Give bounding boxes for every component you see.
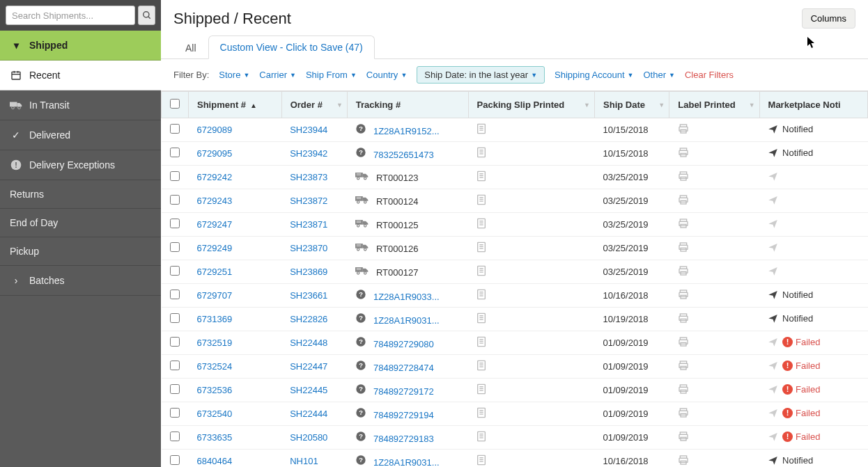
filter-country[interactable]: Country▼ [366, 70, 407, 80]
cell-tracking[interactable]: ? 1Z28A1R9031... [347, 450, 468, 468]
cell-order[interactable]: SH23661 [281, 284, 347, 308]
cell-order[interactable]: SH22448 [281, 331, 347, 355]
row-checkbox[interactable] [170, 171, 180, 181]
cell-tracking[interactable]: ? 784892729172 [347, 379, 468, 402]
cell-order[interactable]: NH101 [281, 450, 347, 468]
table-row[interactable]: 6729089SH23944? 1Z28A1R9152...10/15/2018… [162, 118, 868, 142]
sidebar-item-recent[interactable]: Recent [0, 61, 161, 90]
sidebar-item-eod[interactable]: End of Day [0, 209, 161, 237]
row-checkbox[interactable] [170, 124, 180, 134]
cell-order[interactable]: SH22826 [281, 308, 347, 331]
filter-shipdate[interactable]: Ship Date: in the last year ▼ [417, 66, 545, 84]
row-checkbox[interactable] [170, 266, 180, 276]
table-row[interactable]: 6733635SH20580? 78489272918301/09/2019 !… [162, 426, 868, 450]
clear-filters-link[interactable]: Clear Filters [685, 70, 734, 80]
row-checkbox[interactable] [170, 313, 180, 323]
cell-tracking[interactable]: ? 784892729183 [347, 426, 468, 450]
cell-tracking[interactable]: RT000124 [347, 189, 468, 213]
row-checkbox[interactable] [170, 455, 180, 465]
sidebar-item-delivered[interactable]: ✓ Delivered [0, 120, 161, 150]
cell-order[interactable]: SH22444 [281, 402, 347, 426]
cell-order[interactable]: SH22445 [281, 379, 347, 402]
col-notif[interactable]: Marketplace Noti [759, 92, 867, 118]
cell-order[interactable]: SH23869 [281, 260, 347, 284]
table-row[interactable]: 6729242SH23873 RT00012303/25/2019 [162, 166, 868, 189]
cell-order[interactable]: SH23871 [281, 213, 347, 237]
cell-shipment[interactable]: 6729249 [189, 237, 282, 260]
cell-tracking[interactable]: RT000126 [347, 237, 468, 260]
cell-shipment[interactable]: 6731369 [189, 308, 282, 331]
cell-tracking[interactable]: ? 783252651473 [347, 142, 468, 166]
cell-shipment[interactable]: 6840464 [189, 450, 282, 468]
row-checkbox[interactable] [170, 242, 180, 252]
cell-shipment[interactable]: 6732524 [189, 355, 282, 379]
search-input[interactable] [6, 6, 135, 25]
cell-tracking[interactable]: ? 1Z28A1R9152... [347, 118, 468, 142]
cell-shipment[interactable]: 6729242 [189, 166, 282, 189]
select-all-header[interactable] [162, 92, 189, 118]
cell-shipment[interactable]: 6732540 [189, 402, 282, 426]
col-shipdate[interactable]: Ship Date▼ [595, 92, 669, 118]
table-row[interactable]: 6732519SH22448? 78489272908001/09/2019 !… [162, 331, 868, 355]
cell-order[interactable]: SH23872 [281, 189, 347, 213]
cell-shipment[interactable]: 6729243 [189, 189, 282, 213]
col-shipment[interactable]: Shipment #▲ [189, 92, 282, 118]
row-checkbox[interactable] [170, 337, 180, 347]
table-row[interactable]: 6732540SH22444? 78489272919401/09/2019 !… [162, 402, 868, 426]
row-checkbox[interactable] [170, 384, 180, 394]
cell-shipment[interactable]: 6729089 [189, 118, 282, 142]
filter-store[interactable]: Store▼ [219, 70, 249, 80]
cell-shipment[interactable]: 6729095 [189, 142, 282, 166]
cell-shipment[interactable]: 6729251 [189, 260, 282, 284]
cell-order[interactable]: SH23942 [281, 142, 347, 166]
table-row[interactable]: 6729243SH23872 RT00012403/25/2019 [162, 189, 868, 213]
filter-other[interactable]: Other▼ [643, 70, 674, 80]
col-tracking[interactable]: Tracking # [347, 92, 468, 118]
row-checkbox[interactable] [170, 290, 180, 299]
cell-order[interactable]: SH23944 [281, 118, 347, 142]
table-row[interactable]: 6732536SH22445? 78489272917201/09/2019 !… [162, 379, 868, 402]
cell-tracking[interactable]: RT000125 [347, 213, 468, 237]
sidebar-item-batches[interactable]: › Batches [0, 266, 161, 296]
sidebar-item-returns[interactable]: Returns [0, 180, 161, 209]
tab-custom-view[interactable]: Custom View - Click to Save (47) [208, 35, 375, 59]
col-packing[interactable]: Packing Slip Printed▼ [468, 92, 594, 118]
cell-tracking[interactable]: ? 1Z28A1R9033... [347, 284, 468, 308]
tab-all[interactable]: All [173, 36, 208, 59]
table-row[interactable]: 6729707SH23661? 1Z28A1R9033...10/16/2018… [162, 284, 868, 308]
cell-order[interactable]: SH23870 [281, 237, 347, 260]
table-row[interactable]: 6729249SH23870 RT00012603/25/2019 [162, 237, 868, 260]
table-row[interactable]: 6732524SH22447? 78489272847401/09/2019 !… [162, 355, 868, 379]
row-checkbox[interactable] [170, 219, 180, 228]
row-checkbox[interactable] [170, 148, 180, 157]
row-checkbox[interactable] [170, 408, 180, 418]
cell-tracking[interactable]: ? 784892729194 [347, 402, 468, 426]
sidebar-item-pickup[interactable]: Pickup [0, 237, 161, 266]
cell-shipment[interactable]: 6732536 [189, 379, 282, 402]
cell-order[interactable]: SH23873 [281, 166, 347, 189]
table-wrap[interactable]: Shipment #▲ Order #▼ Tracking # Packing … [161, 90, 868, 467]
cell-order[interactable]: SH22447 [281, 355, 347, 379]
search-button[interactable] [138, 6, 155, 25]
col-order[interactable]: Order #▼ [281, 92, 347, 118]
columns-button[interactable]: Columns [802, 8, 855, 29]
filter-shipfrom[interactable]: Ship From▼ [306, 70, 357, 80]
sidebar-item-exceptions[interactable]: ! Delivery Exceptions [0, 150, 161, 180]
filter-account[interactable]: Shipping Account▼ [555, 70, 633, 80]
cell-shipment[interactable]: 6733635 [189, 426, 282, 450]
table-row[interactable]: 6731369SH22826? 1Z28A1R9031...10/19/2018… [162, 308, 868, 331]
cell-tracking[interactable]: ? 784892728474 [347, 355, 468, 379]
sidebar-item-shipped[interactable]: ▾ Shipped [0, 31, 161, 61]
cell-order[interactable]: SH20580 [281, 426, 347, 450]
cell-tracking[interactable]: RT000127 [347, 260, 468, 284]
cell-shipment[interactable]: 6729707 [189, 284, 282, 308]
row-checkbox[interactable] [170, 432, 180, 441]
row-checkbox[interactable] [170, 361, 180, 370]
select-all-checkbox[interactable] [170, 99, 180, 109]
table-row[interactable]: 6729251SH23869 RT00012703/25/2019 [162, 260, 868, 284]
table-row[interactable]: 6729095SH23942? 78325265147310/15/2018 N… [162, 142, 868, 166]
sidebar-item-intransit[interactable]: In Transit [0, 90, 161, 120]
row-checkbox[interactable] [170, 195, 180, 205]
filter-carrier[interactable]: Carrier▼ [259, 70, 296, 80]
cell-tracking[interactable]: ? 784892729080 [347, 331, 468, 355]
